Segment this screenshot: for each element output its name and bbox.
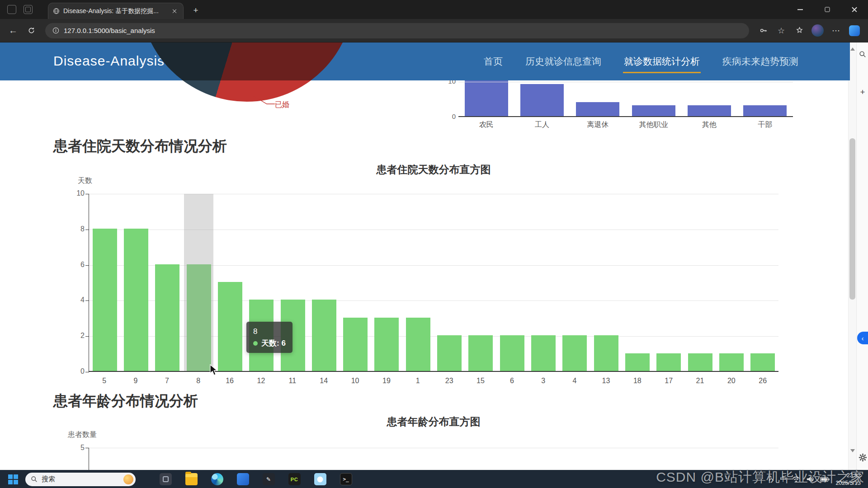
start-button[interactable] <box>5 471 22 488</box>
stay-bar-slot-1 <box>402 194 434 371</box>
stay-bar-19[interactable] <box>374 318 399 371</box>
stay-bar-13[interactable] <box>594 335 618 371</box>
taskbar-app-lightblue[interactable] <box>311 470 329 488</box>
stay-bar-slot-9 <box>120 194 151 371</box>
stay-x-label: 6 <box>496 377 528 385</box>
nav-item-首页[interactable]: 首页 <box>483 53 504 70</box>
tab-actions-icon[interactable] <box>24 5 33 14</box>
stay-bar-slot-6 <box>496 194 528 371</box>
address-bar[interactable]: 127.0.0.1:5000/basic_analysis <box>45 23 749 38</box>
search-highlight-icon[interactable] <box>123 474 133 484</box>
stay-bar-6[interactable] <box>500 335 524 371</box>
stay-bar-7[interactable] <box>155 264 179 371</box>
stay-bar-slot-20 <box>716 194 747 371</box>
stay-x-label: 11 <box>277 377 308 385</box>
stay-ytick <box>85 265 89 266</box>
settings-gear-icon[interactable] <box>858 453 867 462</box>
occupation-x-label: 干部 <box>737 120 793 130</box>
browser-titlebar: Disease-Analysis: 基于数据挖掘... + <box>0 0 868 19</box>
series-dot-icon <box>253 341 258 346</box>
pie-slice-area <box>140 80 354 102</box>
stay-x-label: 8 <box>183 377 214 385</box>
main-nav: 首页历史就诊信息查询就诊数据统计分析疾病未来趋势预测 <box>483 42 799 80</box>
stay-bar-slot-18 <box>622 194 653 371</box>
stay-x-label: 23 <box>434 377 465 385</box>
stay-bar-20[interactable] <box>719 353 744 371</box>
taskbar-file-explorer[interactable] <box>182 470 200 488</box>
back-button[interactable]: ← <box>5 23 21 38</box>
maximize-button[interactable] <box>814 0 841 19</box>
page-scrollbar[interactable] <box>848 42 856 470</box>
taskbar-pycharm[interactable]: PC <box>285 470 303 488</box>
taskbar-apps: ✎PC>_ <box>156 470 355 488</box>
nav-item-历史就诊信息查询[interactable]: 历史就诊信息查询 <box>524 53 602 70</box>
occupation-x-label: 其他职业 <box>626 120 681 130</box>
microsoft-edge-icon <box>211 473 223 485</box>
scroll-down-icon[interactable] <box>850 449 855 455</box>
stay-x-label: 19 <box>371 377 402 385</box>
windows-logo-icon <box>8 474 18 484</box>
occupation-bar-slot <box>681 105 737 116</box>
stay-bar-16[interactable] <box>218 282 242 371</box>
browser-tab[interactable]: Disease-Analysis: 基于数据挖掘... <box>48 3 184 19</box>
stay-bar-9[interactable] <box>124 229 148 371</box>
stay-x-label: 5 <box>89 377 120 385</box>
stay-bar-4[interactable] <box>562 335 587 371</box>
stay-x-label: 4 <box>559 377 590 385</box>
minimize-button[interactable] <box>787 0 814 19</box>
close-button[interactable] <box>841 0 868 19</box>
scrollbar-thumb[interactable] <box>849 138 855 300</box>
scroll-up-icon[interactable] <box>850 45 855 51</box>
terminal-icon: >_ <box>340 473 352 485</box>
occupation-bar-离退休[interactable] <box>576 102 619 116</box>
site-info-icon[interactable] <box>52 27 59 34</box>
refresh-button[interactable] <box>24 23 39 38</box>
profile-avatar[interactable] <box>811 24 824 37</box>
taskbar-microsoft-edge[interactable] <box>208 470 226 488</box>
sidebar-expand-handle[interactable]: ‹ <box>857 332 868 344</box>
taskbar-terminal[interactable]: >_ <box>337 470 355 488</box>
tab-close-button[interactable] <box>170 7 179 15</box>
new-tab-button[interactable]: + <box>190 5 202 16</box>
occupation-bar-干部[interactable] <box>743 105 787 116</box>
age-ytick <box>85 448 89 448</box>
taskbar-app-blue[interactable] <box>234 470 252 488</box>
stay-bar-10[interactable] <box>343 318 368 371</box>
stay-bar-14[interactable] <box>312 300 336 371</box>
stay-bar-slot-8 <box>183 194 214 371</box>
more-menu-button[interactable]: ⋯ <box>828 23 844 38</box>
nav-item-就诊数据统计分析[interactable]: 就诊数据统计分析 <box>623 53 701 70</box>
mouse-cursor <box>209 364 219 376</box>
stay-bar-1[interactable] <box>406 318 430 371</box>
app-dark-icon <box>160 473 172 485</box>
taskbar-pen-app[interactable]: ✎ <box>259 470 278 488</box>
sidebar-toggle-button[interactable] <box>849 25 860 36</box>
stay-ylabel: 8 <box>67 225 85 233</box>
password-key-button[interactable] <box>755 23 771 38</box>
stay-bar-15[interactable] <box>468 335 493 371</box>
stay-bar-slot-21 <box>684 194 716 371</box>
url-text: 127.0.0.1:5000/basic_analysis <box>64 27 155 34</box>
sidebar-add-icon[interactable]: + <box>858 88 867 97</box>
nav-item-疾病未来趋势预测[interactable]: 疾病未来趋势预测 <box>722 53 799 70</box>
stay-bar-5[interactable] <box>93 229 117 371</box>
favorites-hub-button[interactable] <box>792 23 807 38</box>
occupation-bar-其他[interactable] <box>688 105 731 116</box>
sidebar-search-icon[interactable] <box>858 50 867 59</box>
occupation-bar-工人[interactable] <box>520 84 564 116</box>
stay-bar-26[interactable] <box>750 353 775 371</box>
stay-bar-18[interactable] <box>625 353 650 371</box>
stay-bar-8[interactable] <box>187 264 211 371</box>
stay-bar-17[interactable] <box>656 353 681 371</box>
stay-bar-23[interactable] <box>437 335 462 371</box>
workspaces-icon[interactable] <box>7 5 16 14</box>
taskbar-app-dark[interactable] <box>156 470 175 488</box>
occupation-bar-其他职业[interactable] <box>632 105 675 116</box>
favorite-star-button[interactable]: ☆ <box>774 23 789 38</box>
taskbar-search-box[interactable]: 搜索 <box>25 473 136 486</box>
stay-bar-21[interactable] <box>688 353 712 371</box>
stay-x-label: 21 <box>684 377 716 385</box>
occupation-x-label: 离退休 <box>570 120 626 130</box>
minimize-icon <box>797 9 803 10</box>
stay-bar-3[interactable] <box>531 335 556 371</box>
